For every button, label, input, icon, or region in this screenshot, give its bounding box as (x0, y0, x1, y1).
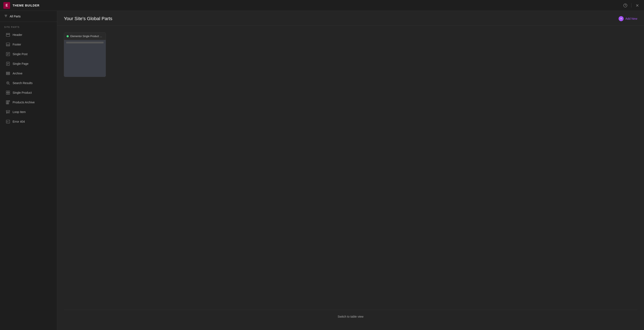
single-page-icon (6, 62, 10, 66)
card-status-dot (66, 35, 69, 37)
svg-rect-28 (6, 93, 8, 95)
sidebar-item-search-results-label: Search Results (12, 81, 32, 85)
svg-rect-19 (6, 72, 10, 73)
close-button[interactable] (634, 2, 641, 9)
topbar-right (622, 2, 641, 9)
site-parts-label: SITE PARTS (0, 22, 57, 30)
svg-rect-30 (6, 101, 8, 102)
close-icon (635, 3, 640, 7)
svg-text:404: 404 (6, 121, 8, 123)
main-layout: All Parts SITE PARTS Header Footer (0, 11, 644, 330)
svg-rect-34 (8, 102, 9, 103)
card-title: Elementor Single Product #... (70, 35, 103, 38)
topbar-title: THEME BUILDER (12, 4, 40, 7)
add-new-label: Add New (625, 17, 637, 20)
content-body: Elementor Single Product #... Switch to … (57, 26, 644, 330)
add-new-button[interactable]: + Add New (618, 16, 637, 21)
sidebar-item-header-label: Header (12, 33, 22, 36)
error-404-icon: 404 (6, 120, 10, 124)
svg-rect-8 (6, 34, 10, 36)
svg-rect-21 (6, 74, 10, 75)
sidebar-item-products-archive[interactable]: Products Archive (2, 98, 55, 107)
single-post-icon (6, 52, 10, 56)
svg-rect-9 (6, 43, 10, 45)
filter-icon (4, 14, 8, 18)
header-icon (6, 33, 10, 37)
svg-rect-36 (8, 103, 9, 104)
svg-rect-32 (9, 101, 10, 102)
search-results-icon (6, 81, 10, 85)
content-area: Your Site's Global Parts + Add New Eleme… (57, 11, 644, 330)
sidebar-all-parts[interactable]: All Parts (0, 11, 57, 22)
sidebar-item-archive[interactable]: Archive (2, 69, 55, 78)
sidebar-item-search-results[interactable]: Search Results (2, 78, 55, 88)
sidebar-item-footer-label: Footer (12, 43, 21, 46)
cards-grid: Elementor Single Product #... (64, 32, 637, 77)
content-header: Your Site's Global Parts + Add New (57, 11, 644, 26)
archive-icon (6, 71, 10, 75)
sidebar: All Parts SITE PARTS Header Footer (0, 11, 57, 330)
products-archive-icon (6, 100, 10, 104)
elementor-logo: E (3, 2, 10, 9)
content-footer: Switch to table view (64, 310, 637, 323)
svg-rect-31 (8, 101, 9, 102)
logo-letter: E (6, 3, 8, 7)
svg-rect-33 (6, 102, 8, 103)
svg-rect-35 (6, 103, 8, 104)
sidebar-item-single-product-label: Single Product (12, 91, 32, 94)
part-card[interactable]: Elementor Single Product #... (64, 32, 106, 77)
card-header: Elementor Single Product #... (64, 33, 106, 40)
svg-rect-7 (6, 33, 10, 34)
svg-rect-20 (6, 73, 10, 74)
switch-view-label: Switch to table view (338, 315, 364, 318)
sidebar-item-single-post[interactable]: Single Post (2, 49, 55, 59)
sidebar-item-footer[interactable]: Footer (2, 40, 55, 49)
sidebar-item-header[interactable]: Header (2, 30, 55, 39)
card-preview (64, 40, 106, 77)
sidebar-item-loop-item-label: Loop Item (12, 110, 26, 114)
help-icon (623, 3, 628, 7)
svg-rect-37 (6, 111, 10, 112)
svg-point-0 (624, 3, 627, 7)
svg-rect-10 (6, 45, 10, 46)
sidebar-item-products-archive-label: Products Archive (12, 101, 35, 104)
help-button[interactable] (622, 2, 629, 9)
svg-rect-27 (8, 91, 10, 93)
switch-view-button[interactable]: Switch to table view (334, 313, 367, 320)
svg-rect-26 (6, 91, 8, 93)
topbar-left: E THEME BUILDER (3, 2, 40, 9)
svg-line-23 (9, 84, 10, 85)
sidebar-item-single-product[interactable]: Single Product (2, 88, 55, 97)
sidebar-item-loop-item[interactable]: Loop Item (2, 107, 55, 117)
topbar-divider (631, 3, 632, 7)
sidebar-item-archive-label: Archive (12, 72, 22, 75)
svg-rect-29 (8, 93, 10, 95)
page-title: Your Site's Global Parts (64, 16, 112, 21)
all-parts-label: All Parts (10, 15, 20, 18)
add-new-icon: + (618, 16, 624, 21)
sidebar-item-single-page[interactable]: Single Page (2, 59, 55, 68)
sidebar-item-single-post-label: Single Post (12, 52, 28, 56)
single-product-icon (6, 91, 10, 95)
footer-icon (6, 42, 10, 46)
card-preview-stripe (66, 42, 104, 43)
sidebar-item-single-page-label: Single Page (12, 62, 28, 65)
topbar: E THEME BUILDER (0, 0, 644, 11)
loop-item-icon (6, 110, 10, 114)
sidebar-item-error-404[interactable]: 404 Error 404 (2, 117, 55, 126)
sidebar-item-error-404-label: Error 404 (12, 120, 25, 123)
